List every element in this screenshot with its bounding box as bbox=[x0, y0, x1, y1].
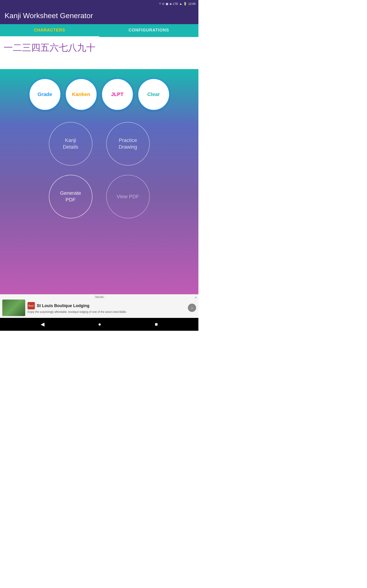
practice-drawing-button[interactable]: PracticeDrawing bbox=[106, 122, 150, 166]
main-content: Grade Kanken JLPT Clear KanjiDetails Pra… bbox=[0, 69, 198, 294]
clear-button[interactable]: Clear bbox=[138, 78, 170, 111]
ad-subtitle: Enjoy the surprisingly affordable, bouti… bbox=[27, 310, 186, 313]
battery-icon: 🔋 bbox=[183, 2, 187, 6]
view-pdf-button[interactable]: View PDF bbox=[106, 175, 150, 218]
question-icon: ? bbox=[159, 2, 161, 6]
kanji-text-input[interactable] bbox=[4, 43, 195, 53]
grade-button[interactable]: Grade bbox=[29, 78, 61, 111]
kanken-button[interactable]: Kanken bbox=[65, 78, 97, 111]
lte-icon: LTE bbox=[173, 2, 178, 6]
location-icon: ◈ bbox=[169, 2, 172, 6]
bottom-nav: ◀ ● ■ bbox=[0, 318, 198, 331]
ad-label: Test Ad bbox=[93, 295, 105, 299]
ad-logo-row: BeaU St Louis Boutique Lodging bbox=[27, 302, 186, 309]
ad-logo-icon: BeaU bbox=[27, 302, 35, 309]
kanji-input-area bbox=[0, 37, 198, 69]
action-row-1: KanjiDetails PracticeDrawing bbox=[0, 117, 198, 170]
action-row-2: GeneratePDF View PDF bbox=[0, 170, 198, 223]
app-title: Kanji Worksheet Generator bbox=[5, 11, 194, 20]
kanji-details-button[interactable]: KanjiDetails bbox=[49, 122, 92, 166]
tab-characters[interactable]: CHARACTERS bbox=[0, 24, 99, 37]
filter-row: Grade Kanken JLPT Clear bbox=[0, 69, 198, 117]
ad-banner: Test Ad BeaU St Louis Boutique Lodging E… bbox=[0, 294, 198, 318]
recent-button[interactable]: ■ bbox=[155, 321, 158, 327]
ad-title: St Louis Boutique Lodging bbox=[37, 303, 90, 308]
home-button[interactable]: ● bbox=[98, 321, 101, 327]
generate-pdf-button[interactable]: GeneratePDF bbox=[49, 175, 92, 218]
status-icons: ? ⊙ ▣ ◈ LTE ▲ 🔋 12:05 bbox=[159, 2, 196, 6]
app-bar: Kanji Worksheet Generator bbox=[0, 7, 198, 24]
tab-configurations[interactable]: CONFIGURATIONS bbox=[99, 24, 199, 37]
tab-bar: CHARACTERS CONFIGURATIONS bbox=[0, 24, 198, 37]
time-display: 12:05 bbox=[188, 2, 196, 6]
ad-arrow-button[interactable]: › bbox=[188, 304, 196, 312]
jlpt-button[interactable]: JLPT bbox=[101, 78, 133, 111]
ad-close-button[interactable]: ✕ bbox=[194, 296, 197, 299]
ad-content: BeaU St Louis Boutique Lodging Enjoy the… bbox=[27, 302, 186, 313]
signal-icon: ▲ bbox=[179, 2, 182, 6]
back-button[interactable]: ◀ bbox=[41, 321, 44, 327]
ad-image bbox=[2, 300, 25, 316]
sd-icon: ▣ bbox=[166, 2, 168, 6]
status-bar: ? ⊙ ▣ ◈ LTE ▲ 🔋 12:05 bbox=[0, 0, 198, 7]
circle-icon: ⊙ bbox=[162, 2, 165, 6]
